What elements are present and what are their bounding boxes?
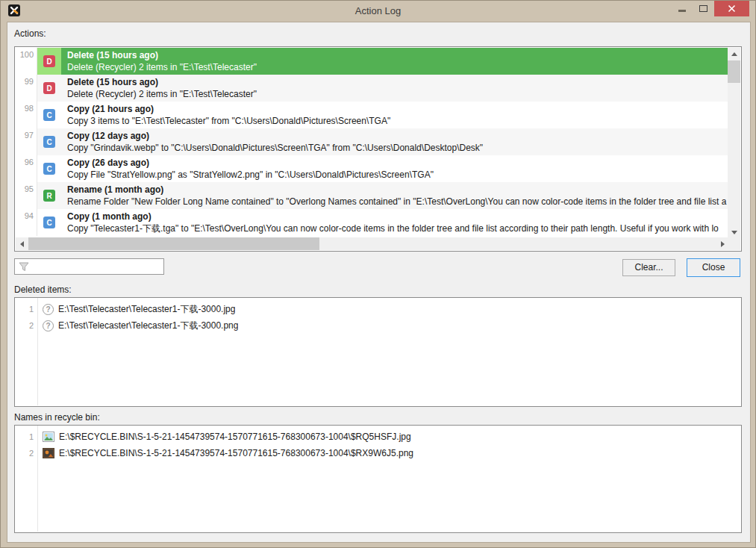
maximize-icon xyxy=(699,5,707,12)
action-title: Delete (15 hours ago) xyxy=(67,76,729,88)
action-detail: Copy "Grindavik.webp" to "C:\Users\Donal… xyxy=(67,142,729,154)
unknown-file-icon: ? xyxy=(43,320,54,331)
file-list-row[interactable]: 2 ? E:\Test\Telecaster\Telecaster1-下载-30… xyxy=(16,317,740,334)
vertical-scrollbar[interactable] xyxy=(728,48,740,239)
scroll-up-button[interactable] xyxy=(728,48,740,60)
file-list-row[interactable]: 1 ? E:\Test\Telecaster\Telecaster1-下载-30… xyxy=(16,301,740,317)
action-log-row[interactable]: 97 C Copy (12 days ago) Copy "Grindavik.… xyxy=(16,128,729,155)
action-icon-cell: D xyxy=(37,75,61,102)
action-detail: Rename Folder "New Folder Long Name cont… xyxy=(67,196,729,208)
action-log-window: Action Log Actions: 100 D Delete (15 xyxy=(0,0,756,548)
horizontal-scrollbar[interactable] xyxy=(16,237,729,250)
scroll-left-button[interactable] xyxy=(16,237,28,250)
file-row-number: 1 xyxy=(16,429,38,445)
action-icon-cell: D xyxy=(37,48,61,75)
action-log-row[interactable]: 98 C Copy (21 hours ago) Copy 3 items to… xyxy=(16,102,729,128)
action-row-number: 98 xyxy=(16,102,37,128)
action-log-row[interactable]: 96 C Copy (26 days ago) Copy File "Strat… xyxy=(16,155,729,182)
action-log-row[interactable]: 94 C Copy (1 month ago) Copy "Telecaster… xyxy=(16,209,729,236)
action-title: Copy (26 days ago) xyxy=(67,157,729,169)
copy-action-icon: C xyxy=(43,136,55,148)
action-detail: Copy 3 items to "E:\Test\Telecaster" fro… xyxy=(67,115,729,127)
action-log-row[interactable]: 95 R Rename (1 month ago) Rename Folder … xyxy=(16,182,729,209)
file-list-row[interactable]: 2 E:\$RECYCLE.BIN\S-1-5-21-1454739574-15… xyxy=(16,445,740,461)
deleted-items-label: Deleted items: xyxy=(14,284,72,295)
file-path: E:\Test\Telecaster\Telecaster1-下载-3000.p… xyxy=(58,320,238,332)
action-detail: Delete (Recycler) 2 items in "E:\Test\Te… xyxy=(67,61,729,73)
copy-action-icon: C xyxy=(43,163,55,175)
action-title: Copy (1 month ago) xyxy=(67,211,729,222)
copy-action-icon: C xyxy=(43,109,55,121)
delete-action-icon: D xyxy=(43,55,55,67)
minimize-button[interactable] xyxy=(671,1,693,16)
filter-input[interactable] xyxy=(32,261,163,272)
file-path: E:\Test\Telecaster\Telecaster1-下载-3000.j… xyxy=(58,303,235,316)
jpg-image-icon xyxy=(43,432,54,442)
action-title: Rename (1 month ago) xyxy=(67,184,729,196)
file-path: E:\$RECYCLE.BIN\S-1-5-21-1454739574-1570… xyxy=(59,432,411,442)
window-title: Action Log xyxy=(1,5,755,16)
filter-funnel-icon xyxy=(19,262,29,272)
action-row-number: 97 xyxy=(16,128,37,155)
action-row-number: 95 xyxy=(16,182,37,209)
maximize-button[interactable] xyxy=(693,1,714,16)
recycle-bin-rows: 1 E:\$RECYCLE.BIN\S-1-5-21-1454739574-15… xyxy=(16,426,740,532)
action-icon-cell: C xyxy=(37,128,61,155)
actions-listbox: 100 D Delete (15 hours ago) Delete (Recy… xyxy=(14,46,742,252)
action-title: Copy (21 hours ago) xyxy=(67,103,729,115)
copy-action-icon: C xyxy=(43,217,55,228)
action-log-row[interactable]: 99 D Delete (15 hours ago) Delete (Recyc… xyxy=(16,75,729,102)
action-icon-cell: C xyxy=(37,209,61,236)
action-icon-cell: C xyxy=(37,155,61,182)
filter-box[interactable] xyxy=(14,258,164,275)
action-log-row[interactable]: 100 D Delete (15 hours ago) Delete (Recy… xyxy=(16,48,729,75)
action-detail: Delete (Recycler) 2 items in "E:\Test\Te… xyxy=(67,88,729,100)
action-row-number: 94 xyxy=(16,209,37,236)
file-row-number: 2 xyxy=(16,445,38,461)
chevron-left-icon xyxy=(20,241,24,247)
vertical-scrollbar-thumb[interactable] xyxy=(728,60,740,83)
action-title: Copy (12 days ago) xyxy=(67,130,729,142)
actions-list-rows: 100 D Delete (15 hours ago) Delete (Recy… xyxy=(16,48,729,239)
scrollbar-corner xyxy=(728,237,740,250)
action-row-number: 96 xyxy=(16,155,37,182)
action-icon-cell: C xyxy=(37,102,61,128)
file-row-number: 2 xyxy=(16,317,38,334)
horizontal-scrollbar-thumb[interactable] xyxy=(28,237,319,250)
rename-action-icon: R xyxy=(43,190,55,202)
recycle-bin-label: Names in recycle bin: xyxy=(14,412,100,423)
chevron-up-icon xyxy=(731,52,737,56)
action-detail: Copy "Telecaster1-下载.tga" to "E:\Test\Ov… xyxy=(67,222,729,234)
close-icon xyxy=(728,4,736,13)
minimize-icon xyxy=(678,10,686,12)
delete-action-icon: D xyxy=(43,82,55,94)
file-list-row[interactable]: 1 E:\$RECYCLE.BIN\S-1-5-21-1454739574-15… xyxy=(16,429,740,445)
action-detail: Copy File "StratYellow.png" as "StratYel… xyxy=(67,169,729,181)
deleted-items-rows: 1 ? E:\Test\Telecaster\Telecaster1-下载-30… xyxy=(16,298,740,405)
action-row-number: 99 xyxy=(16,75,37,102)
clear-button[interactable]: Clear... xyxy=(622,259,675,276)
unknown-file-icon: ? xyxy=(43,304,54,315)
png-image-icon xyxy=(43,448,54,458)
actions-label: Actions: xyxy=(14,28,46,39)
deleted-items-listbox: 1 ? E:\Test\Telecaster\Telecaster1-下载-30… xyxy=(14,297,742,407)
file-row-number: 1 xyxy=(16,301,38,317)
titlebar[interactable]: Action Log xyxy=(1,1,755,22)
file-path: E:\$RECYCLE.BIN\S-1-5-21-1454739574-1570… xyxy=(59,448,413,458)
close-window-button[interactable] xyxy=(714,1,749,16)
action-title: Delete (15 hours ago) xyxy=(67,49,729,61)
close-button[interactable]: Close xyxy=(687,258,740,277)
recycle-bin-listbox: 1 E:\$RECYCLE.BIN\S-1-5-21-1454739574-15… xyxy=(14,425,742,533)
action-row-number: 100 xyxy=(16,48,37,75)
action-icon-cell: R xyxy=(37,182,61,209)
chevron-right-icon xyxy=(721,241,725,247)
chevron-down-icon xyxy=(731,231,737,234)
